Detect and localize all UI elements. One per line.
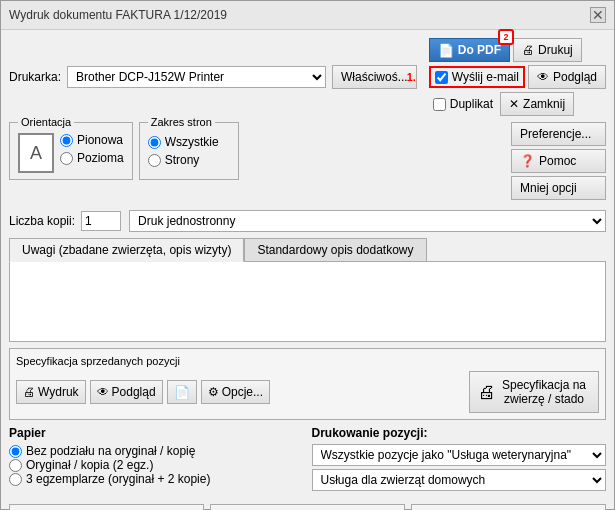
- window-title: Wydruk dokumentu FAKTURA 1/12/2019: [9, 8, 227, 22]
- printer-label: Drukarka:: [9, 70, 61, 84]
- marginesy-button[interactable]: ℹ Marginesy i czcionki: [210, 504, 405, 510]
- paper-opt2-label: Oryginał / kopia (2 egz.): [26, 458, 153, 472]
- zamknij-button[interactable]: ✕ Zamknij: [500, 92, 574, 116]
- pomoc-button[interactable]: ❓ Pomoc: [511, 149, 606, 173]
- spec-stado-button[interactable]: 🖨 Specyfikacja na zwierzę / stado: [469, 371, 599, 413]
- parametry-button[interactable]: 🖨 Parametry wydruku usług wet.: [411, 504, 606, 510]
- paper-opt3-label: 3 egzemplarze (oryginał + 2 kopie): [26, 472, 210, 486]
- drukuj-button[interactable]: 🖨 Drukuj: [513, 38, 582, 62]
- printer-row: Drukarka: Brother DCP-J152W Printer Właś…: [9, 38, 606, 116]
- main-window: Wydruk dokumentu FAKTURA 1/12/2019 ✕ Dru…: [0, 0, 615, 510]
- copies-input[interactable]: [81, 211, 121, 231]
- portrait-row: Pionowa: [60, 133, 124, 147]
- annotation-1-label: 1.: [407, 71, 416, 83]
- spec-pdf-icon: 📄: [174, 385, 190, 400]
- tab-content: [9, 262, 606, 342]
- spec-print-icon: 🖨: [23, 385, 35, 399]
- spec-title: Specyfikacja sprzedanych pozycji: [16, 355, 599, 367]
- duplikat-row: Duplikat: [429, 95, 497, 113]
- pages-title: Zakres stron: [148, 116, 215, 128]
- paper-title: Papier: [9, 426, 304, 440]
- orientation-group: Orientacja A Pionowa Pozioma: [9, 122, 133, 180]
- landscape-radio[interactable]: [60, 152, 73, 165]
- portrait-label: Pionowa: [77, 133, 123, 147]
- preview-icon: 👁: [537, 70, 549, 84]
- email-checkbox-row: Wyślij e-mail: [429, 66, 525, 88]
- landscape-row: Pozioma: [60, 151, 124, 165]
- spec-preview-icon: 👁: [97, 385, 109, 399]
- duplikat-label: Duplikat: [450, 97, 493, 111]
- extra-buttons: Preferencje... ❓ Pomoc Mniej opcji: [511, 122, 606, 200]
- all-pages-radio[interactable]: [148, 136, 161, 149]
- pages-options: Wszystkie Strony: [148, 135, 230, 167]
- copies-label: Liczba kopii:: [9, 214, 75, 228]
- spec-podglad-button[interactable]: 👁 Podgląd: [90, 380, 163, 404]
- orientation-icon: A: [18, 133, 54, 173]
- annotation-2-badge: 2: [498, 29, 514, 45]
- close-button[interactable]: ✕: [590, 7, 606, 23]
- properties-button[interactable]: Właściwoś...: [332, 65, 417, 89]
- print-select2[interactable]: Usługa dla zwierząt domowych: [312, 469, 607, 491]
- spec-stado-icon: 🖨: [478, 382, 496, 403]
- orientation-title: Orientacja: [18, 116, 74, 128]
- copies-duplex-row: Liczba kopii: Druk jednostronny: [9, 206, 606, 232]
- printer-select[interactable]: Brother DCP-J152W Printer: [67, 66, 326, 88]
- spec-section: Specyfikacja sprzedanych pozycji 🖨 Wydru…: [9, 348, 606, 420]
- paper-opt3-radio[interactable]: [9, 473, 22, 486]
- copies-row: Liczba kopii:: [9, 211, 121, 231]
- mniej-opcji-button[interactable]: Mniej opcji: [511, 176, 606, 200]
- help-icon: ❓: [520, 154, 535, 168]
- duplex-select[interactable]: Druk jednostronny: [129, 210, 606, 232]
- pages-range-row: Strony: [148, 153, 230, 167]
- duplex-wrapper: Druk jednostronny: [129, 206, 606, 232]
- close-icon: ✕: [509, 97, 519, 111]
- pages-group: Zakres stron Wszystkie Strony: [139, 122, 239, 180]
- print-section: Drukowanie pozycji: Wszystkie pozycje ja…: [312, 426, 607, 494]
- spec-opcje-button[interactable]: ⚙ Opcje...: [201, 380, 270, 404]
- tab-standardowy[interactable]: Standardowy opis dodatkowy: [244, 238, 426, 261]
- pages-range-radio[interactable]: [148, 154, 161, 167]
- landscape-label: Pozioma: [77, 151, 124, 165]
- pdf-icon: 📄: [438, 43, 454, 58]
- bottom-action-row: ⚙ Więcej opcji... ℹ Marginesy i czcionki…: [9, 504, 606, 510]
- all-pages-label: Wszystkie: [165, 135, 219, 149]
- paper-opt1-label: Bez podziału na oryginał / kopię: [26, 444, 195, 458]
- paper-section: Papier Bez podziału na oryginał / kopię …: [9, 426, 304, 494]
- paper-opt2-radio[interactable]: [9, 459, 22, 472]
- wyslij-email-label: Wyślij e-mail: [452, 70, 519, 84]
- tab-uwagi[interactable]: Uwagi (zbadane zwierzęta, opis wizyty): [9, 238, 244, 262]
- print-select1[interactable]: Wszystkie pozycje jako "Usługa weterynar…: [312, 444, 607, 466]
- orientation-options: Pionowa Pozioma: [60, 133, 124, 173]
- paper-print-row: Papier Bez podziału na oryginał / kopię …: [9, 426, 606, 494]
- wyslij-email-checkbox[interactable]: [435, 71, 448, 84]
- portrait-radio[interactable]: [60, 134, 73, 147]
- tabs-row: Uwagi (zbadane zwierzęta, opis wizyty) S…: [9, 238, 606, 262]
- duplikat-checkbox[interactable]: [433, 98, 446, 111]
- spec-stado-text: Specyfikacja na zwierzę / stado: [502, 378, 586, 406]
- spec-wydruk-button[interactable]: 🖨 Wydruk: [16, 380, 86, 404]
- pages-range-label: Strony: [165, 153, 200, 167]
- wiecej-opcji-button[interactable]: ⚙ Więcej opcji...: [9, 504, 204, 510]
- titlebar: Wydruk dokumentu FAKTURA 1/12/2019 ✕: [1, 1, 614, 30]
- spec-buttons-row: 🖨 Wydruk 👁 Podgląd 📄 ⚙ Opcje... 🖨: [16, 371, 599, 413]
- print-icon: 🖨: [522, 43, 534, 57]
- podglad-button[interactable]: 👁 Podgląd: [528, 65, 606, 89]
- print-title: Drukowanie pozycji:: [312, 426, 607, 440]
- window-content: Drukarka: Brother DCP-J152W Printer Właś…: [1, 30, 614, 510]
- all-pages-row: Wszystkie: [148, 135, 230, 149]
- paper-opt1: Bez podziału na oryginał / kopię: [9, 444, 304, 458]
- spec-options-icon: ⚙: [208, 385, 219, 399]
- preferencje-button[interactable]: Preferencje...: [511, 122, 606, 146]
- paper-opt1-radio[interactable]: [9, 445, 22, 458]
- paper-opt3: 3 egzemplarze (oryginał + 2 kopie): [9, 472, 304, 486]
- spec-pdf-icon-btn[interactable]: 📄: [167, 380, 197, 404]
- paper-opt2: Oryginał / kopia (2 egz.): [9, 458, 304, 472]
- tabs-container: Uwagi (zbadane zwierzęta, opis wizyty) S…: [9, 238, 606, 342]
